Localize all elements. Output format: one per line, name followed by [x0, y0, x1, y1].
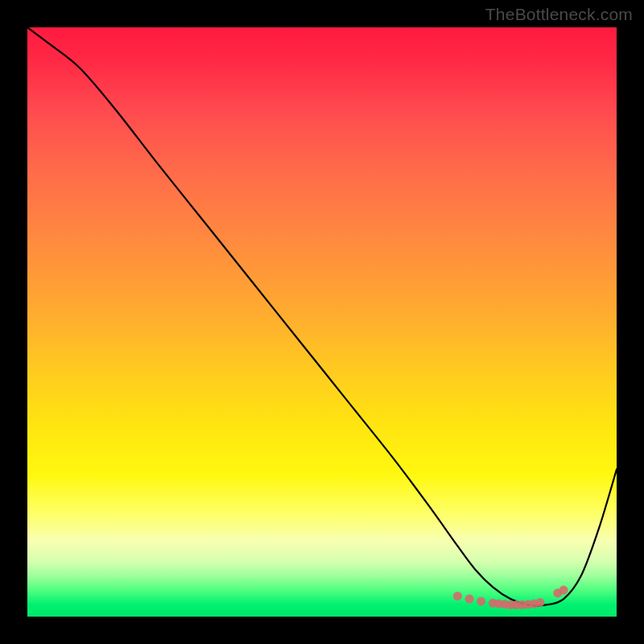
bottleneck-curve: [27, 27, 617, 605]
curve-layer: [27, 27, 617, 605]
chart-frame: TheBottleneck.com: [0, 0, 644, 644]
optimal-marker: [559, 586, 568, 595]
chart-svg: [27, 27, 617, 617]
optimal-marker: [465, 595, 474, 604]
optimal-marker: [535, 598, 544, 607]
watermark-label: TheBottleneck.com: [485, 5, 633, 24]
optimal-marker: [477, 597, 485, 605]
plot-area: [27, 27, 617, 617]
optimal-marker: [453, 592, 462, 601]
marker-layer: [453, 586, 568, 609]
